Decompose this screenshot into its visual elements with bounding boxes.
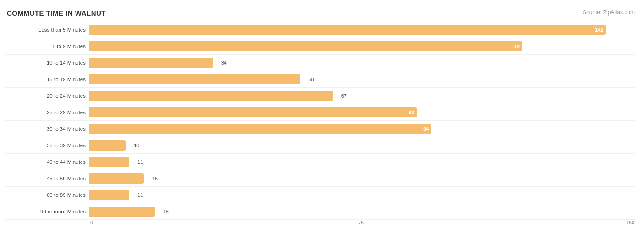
bar-value: 58 — [308, 77, 314, 82]
bar: 142 — [89, 25, 606, 35]
table-row: 90 or more Minutes18 — [5, 203, 635, 220]
bar-label: Less than 5 Minutes — [5, 27, 89, 33]
bar-track: 10 — [89, 138, 635, 152]
table-row: 35 to 39 Minutes10 — [5, 137, 635, 154]
table-row: 10 to 14 Minutes34 — [5, 55, 635, 71]
table-row: 5 to 9 Minutes119 — [5, 38, 635, 55]
bar-track: 142 — [89, 22, 635, 37]
table-row: 25 to 29 Minutes90 — [5, 104, 635, 121]
table-row: Less than 5 Minutes142 — [5, 22, 635, 38]
bar: 67 — [89, 91, 333, 101]
bar-label: 60 to 89 Minutes — [5, 192, 89, 198]
bar-label: 5 to 9 Minutes — [5, 44, 89, 49]
table-row: 40 to 44 Minutes11 — [5, 154, 635, 170]
table-row: 30 to 34 Minutes94 — [5, 121, 635, 137]
bar-value: 34 — [221, 60, 227, 66]
bar: 11 — [89, 157, 129, 167]
bar-track: 34 — [89, 56, 635, 70]
x-axis-label: 150 — [626, 220, 634, 225]
x-axis-labels: 075150 — [92, 220, 630, 229]
bar-value: 15 — [152, 176, 158, 181]
bar-label: 40 to 44 Minutes — [5, 159, 89, 165]
bar-label: 45 to 59 Minutes — [5, 176, 89, 181]
bar-value: 11 — [137, 159, 143, 165]
bar-value: 18 — [163, 209, 169, 214]
bar-label: 90 or more Minutes — [5, 209, 89, 214]
bar-track: 15 — [89, 171, 635, 185]
bar-label: 10 to 14 Minutes — [5, 60, 89, 66]
table-row: 60 to 89 Minutes11 — [5, 187, 635, 203]
bar: 15 — [89, 173, 144, 184]
bar: 119 — [89, 41, 522, 51]
bar-label: 35 to 39 Minutes — [5, 143, 89, 148]
bar: 18 — [89, 207, 155, 217]
bar-value: 119 — [512, 44, 520, 49]
bars-container: Less than 5 Minutes1425 to 9 Minutes1191… — [5, 22, 635, 220]
bar-value: 90 — [409, 110, 414, 115]
bar-value: 142 — [595, 27, 603, 33]
bar: 11 — [89, 190, 129, 200]
bar: 58 — [89, 74, 300, 84]
table-row: 45 to 59 Minutes15 — [5, 170, 635, 187]
bar-track: 11 — [89, 155, 635, 169]
bar-label: 25 to 29 Minutes — [5, 110, 89, 115]
bar-track: 58 — [89, 72, 635, 86]
bars-wrapper: Less than 5 Minutes1425 to 9 Minutes1191… — [5, 22, 635, 220]
bar-track: 90 — [89, 105, 635, 119]
bar-track: 18 — [89, 204, 635, 218]
bar-track: 67 — [89, 89, 635, 103]
bar-value: 10 — [134, 143, 139, 148]
bar: 90 — [89, 107, 417, 117]
bar-track: 94 — [89, 122, 635, 136]
bar: 34 — [89, 58, 213, 68]
chart-title: COMMUTE TIME IN WALNUT — [5, 9, 635, 17]
bar-label: 30 to 34 Minutes — [5, 126, 89, 132]
bar-value: 67 — [341, 93, 347, 99]
bar: 10 — [89, 140, 126, 151]
bar-value: 94 — [423, 126, 429, 132]
bar-value: 11 — [137, 192, 143, 198]
bar-track: 119 — [89, 39, 635, 53]
bar-label: 20 to 24 Minutes — [5, 93, 89, 99]
bar-label: 15 to 19 Minutes — [5, 77, 89, 82]
source-label: Source: ZipAtlas.com — [583, 9, 635, 16]
bar: 94 — [89, 124, 431, 134]
bar-track: 11 — [89, 188, 635, 202]
x-axis-label: 75 — [358, 220, 364, 225]
table-row: 15 to 19 Minutes58 — [5, 71, 635, 88]
chart-container: COMMUTE TIME IN WALNUT Source: ZipAtlas.… — [0, 0, 644, 240]
x-axis-label: 0 — [90, 220, 93, 225]
table-row: 20 to 24 Minutes67 — [5, 88, 635, 104]
